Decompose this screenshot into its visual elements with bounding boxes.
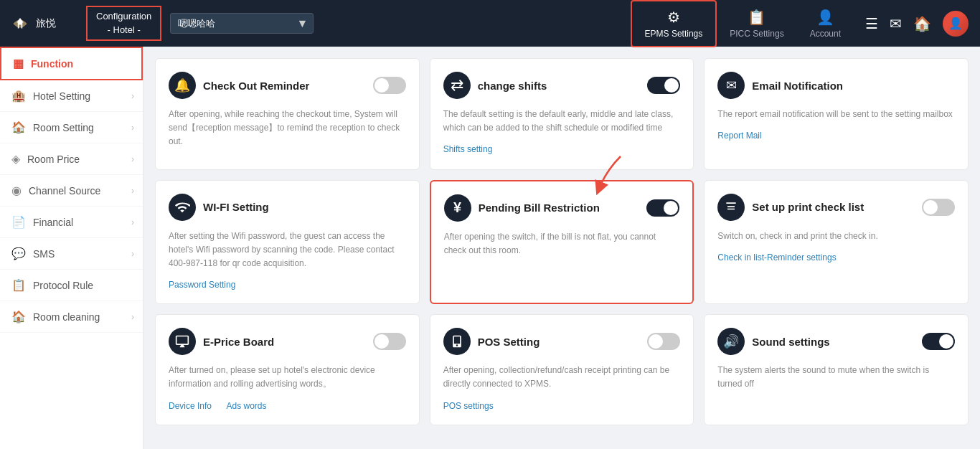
card-header-shifts: ⇄ change shifts	[443, 72, 681, 99]
cards-grid: 🔔 Check Out Reminder After opening, whil…	[155, 58, 969, 425]
password-setting-link[interactable]: Password Setting	[169, 280, 235, 290]
wifi-setting-title: WI-FI Setting	[203, 201, 269, 213]
card-links-shifts: Shifts setting	[443, 142, 681, 155]
config-sub: - Hotel -	[96, 24, 151, 37]
function-icon: ▦	[13, 57, 24, 70]
hotel-icon: 🏨	[11, 89, 26, 103]
pos-setting-title: POS Setting	[478, 336, 540, 348]
pending-bill-icon: ¥	[444, 194, 471, 222]
card-header-pos: POS Setting	[443, 328, 681, 355]
card-header-wifi: WI-FI Setting	[169, 194, 406, 221]
sidebar-item-financial[interactable]: 📄 Financial ›	[0, 207, 143, 238]
email-notification-desc: The report email notification will be se…	[717, 108, 955, 121]
sidebar-label-sms: SMS	[33, 248, 55, 260]
cleaning-icon: 🏠	[11, 310, 26, 323]
change-shifts-toggle[interactable]	[647, 77, 680, 94]
toggle-knob-print	[923, 200, 938, 214]
mail-icon[interactable]: ✉	[890, 15, 902, 32]
logo-text: 旅悦	[36, 17, 56, 30]
pos-settings-link[interactable]: POS settings	[443, 401, 494, 411]
card-title-wrap-checkout: 🔔 Check Out Reminder	[169, 72, 309, 99]
hotel-dropdown[interactable]: 嗯嗯哈哈	[170, 13, 314, 34]
device-info-link[interactable]: Device Info	[169, 401, 212, 411]
pending-bill-title: Pending Bill Restriction	[479, 202, 600, 214]
sidebar-label-cleaning: Room cleaning	[33, 311, 100, 323]
protocol-icon: 📋	[11, 278, 26, 292]
sidebar-item-protocol-rule[interactable]: 📋 Protocol Rule	[0, 270, 143, 301]
header: 旅悦 Configuration - Hotel - 嗯嗯哈哈 ▼ ⚙ EPMS…	[0, 0, 980, 47]
checkout-reminder-desc: After opening, while reaching the checko…	[169, 108, 406, 149]
hotel-dropdown-wrap: 嗯嗯哈哈 ▼	[170, 13, 314, 34]
eprice-board-icon	[169, 328, 196, 355]
card-header-checkout: 🔔 Check Out Reminder	[169, 72, 406, 99]
pos-setting-toggle[interactable]	[647, 333, 680, 350]
wifi-setting-icon	[169, 194, 196, 221]
sound-settings-title: Sound settings	[752, 336, 829, 348]
sidebar-item-room-setting[interactable]: 🏠 Room Setting ›	[0, 112, 143, 143]
sidebar-label-hotel: Hotel Setting	[33, 90, 90, 102]
card-title-wrap-pos: POS Setting	[443, 328, 540, 355]
eprice-board-desc: After turned on, please set up hotel's e…	[169, 364, 406, 391]
shifts-setting-link[interactable]: Shifts setting	[443, 144, 493, 154]
sidebar-item-sms[interactable]: 💬 SMS ›	[0, 238, 143, 270]
sidebar-label-function: Function	[31, 58, 73, 70]
chevron-right-icon-7: ›	[131, 312, 134, 322]
card-title-wrap-wifi: WI-FI Setting	[169, 194, 269, 221]
change-shifts-icon: ⇄	[443, 72, 471, 99]
checkout-reminder-icon: 🔔	[169, 72, 196, 99]
menu-icon[interactable]: ☰	[865, 15, 878, 32]
home-icon[interactable]: 🏠	[913, 15, 931, 32]
card-print-checklist: Set up print check list Switch on, check…	[704, 180, 969, 305]
pos-setting-icon	[443, 328, 471, 355]
account-icon: 👤	[816, 9, 834, 26]
sidebar-item-hotel-setting[interactable]: 🏨 Hotel Setting ›	[0, 80, 143, 112]
card-sound-settings: 🔊 Sound settings The system alerts the s…	[704, 314, 969, 425]
card-header-sound: 🔊 Sound settings	[717, 328, 955, 355]
card-links-pos: POS settings	[443, 399, 681, 412]
nav-epms-label: EPMS Settings	[645, 29, 703, 39]
pos-setting-desc: After opening, collection/refund/cash re…	[443, 364, 681, 391]
channel-icon: ◉	[11, 184, 22, 197]
sidebar-label-protocol: Protocol Rule	[33, 280, 93, 291]
ads-words-link[interactable]: Ads words	[226, 401, 266, 411]
sidebar-item-function[interactable]: ▦ Function	[0, 47, 143, 80]
card-title-wrap-shifts: ⇄ change shifts	[443, 72, 547, 99]
sound-settings-toggle[interactable]	[922, 333, 955, 350]
card-links-print: Check in list-Reminder settings	[717, 250, 955, 263]
sidebar-label-financial: Financial	[33, 217, 73, 228]
checkin-reminder-link[interactable]: Check in list-Reminder settings	[717, 252, 836, 263]
card-header-email: ✉ Email Notification	[717, 72, 955, 99]
epms-gear-icon: ⚙	[667, 9, 680, 26]
sidebar-item-room-cleaning[interactable]: 🏠 Room cleaning ›	[0, 301, 143, 333]
sidebar-item-channel-source[interactable]: ◉ Channel Source ›	[0, 175, 143, 207]
print-checklist-toggle[interactable]	[922, 199, 955, 216]
avatar[interactable]: 👤	[943, 11, 969, 37]
sidebar-item-room-price[interactable]: ◈ Room Price ›	[0, 143, 143, 175]
card-change-shifts: ⇄ change shifts The default setting is t…	[430, 58, 694, 170]
chevron-right-icon-2: ›	[131, 123, 134, 133]
nav-picc-settings[interactable]: 📋 PICC Settings	[717, 1, 796, 46]
nav-account[interactable]: 👤 Account	[797, 1, 854, 46]
nav-epms-settings[interactable]: ⚙ EPMS Settings	[631, 0, 717, 47]
toggle-knob-pos	[649, 334, 663, 349]
nav-picc-label: PICC Settings	[730, 29, 783, 39]
email-notification-title: Email Notification	[752, 80, 843, 92]
card-links-eprice: Device Info Ads words	[169, 399, 406, 412]
chevron-right-icon-3: ›	[131, 154, 134, 164]
annotation-arrow	[585, 149, 635, 192]
financial-icon: 📄	[11, 215, 26, 229]
report-mail-link[interactable]: Report Mail	[717, 131, 761, 141]
card-header-eprice: E-Price Board	[169, 328, 406, 355]
picc-icon: 📋	[748, 9, 765, 26]
eprice-board-title: E-Price Board	[203, 336, 274, 348]
chevron-right-icon-4: ›	[131, 186, 134, 196]
pending-bill-toggle[interactable]	[646, 199, 679, 217]
config-label: Configuration	[96, 10, 151, 23]
logo: 旅悦	[0, 12, 86, 35]
toggle-knob-2	[664, 78, 679, 93]
checkout-reminder-toggle[interactable]	[373, 77, 406, 94]
eprice-board-toggle[interactable]	[373, 333, 406, 350]
card-pending-bill: ¥ Pending Bill Restriction After opening…	[430, 180, 694, 305]
sidebar-label-channel: Channel Source	[29, 185, 100, 197]
toggle-knob	[374, 78, 389, 93]
